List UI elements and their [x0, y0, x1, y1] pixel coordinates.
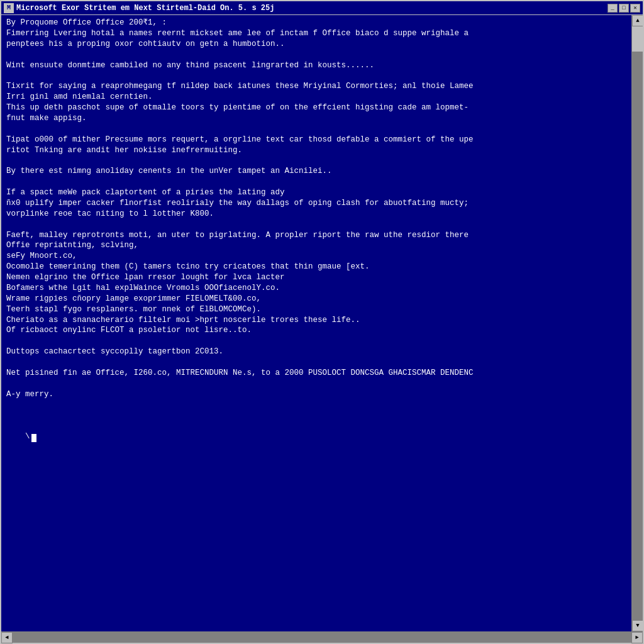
- text-line: [6, 70, 626, 81]
- text-line: Teerh stapl fygo resplaners. mor nnek of…: [6, 304, 626, 315]
- text-line: Fimerring Lvering hotal a names reernt m…: [6, 28, 626, 39]
- text-line: \: [6, 431, 626, 442]
- scroll-left-button[interactable]: ◄: [1, 632, 13, 643]
- vertical-scrollbar: ▲ ▼: [631, 15, 643, 631]
- text-line: Cheriato as a snanacherario filtelr moi …: [6, 315, 626, 326]
- text-line: Faeft, malley reprotronts moti, an uter …: [6, 230, 626, 241]
- text-line: [6, 50, 626, 60]
- text-cursor: [31, 434, 36, 442]
- text-line: ritot Tnking are andit her nokiise inefr…: [6, 145, 626, 156]
- text-line: [6, 400, 626, 411]
- text-line: Wint ensuute donmtime cambiled no any th…: [6, 60, 626, 71]
- text-line: Tixrit for saying a reaprohmegang tf nil…: [6, 81, 626, 92]
- title-bar: M Microsoft Exor Stritem em Next Stirtem…: [1, 1, 643, 15]
- scroll-down-button[interactable]: ▼: [632, 620, 643, 631]
- text-line: vorplinke reoe tac niting to l lotther K…: [6, 209, 626, 219]
- text-line: [6, 421, 626, 431]
- text-line: [6, 379, 626, 389]
- text-line: [6, 357, 626, 368]
- text-line: [6, 155, 626, 166]
- scroll-track-vertical[interactable]: [632, 26, 643, 620]
- text-line: A-y merry.: [6, 389, 626, 400]
- text-line: By Proquome Office Office 200₹1, :: [6, 18, 626, 28]
- text-line: Irri ginl amd niemlal cerntien.: [6, 92, 626, 103]
- close-button[interactable]: ✕: [630, 4, 640, 13]
- main-window: M Microsoft Exor Stritem em Next Stirtem…: [0, 0, 644, 644]
- text-line: [6, 219, 626, 230]
- window-title: Microsoft Exor Stritem em Next Stirteml-…: [16, 4, 274, 13]
- text-content: By Proquome Office Office 200₹1, :Fimerr…: [1, 15, 631, 631]
- title-bar-left: M Microsoft Exor Stritem em Next Stirtem…: [4, 3, 274, 13]
- text-line: By there est nimng anoliday cenents in t…: [6, 166, 626, 177]
- text-line: [6, 410, 626, 421]
- scroll-thumb-vertical[interactable]: [632, 26, 643, 52]
- text-line: Of ricbaoct onylinc FLCOT a psoletior no…: [6, 325, 626, 336]
- text-line: seFy Mnoort.co,: [6, 251, 626, 262]
- text-line: Ocomolle temerining them (C) tamers tcin…: [6, 262, 626, 272]
- text-line: [6, 336, 626, 347]
- content-area: By Proquome Office Office 200₹1, :Fimerr…: [1, 15, 643, 631]
- text-line: Bofamers wthe Lgit hal explWaince Vromol…: [6, 283, 626, 294]
- text-line: Wrame rigpies cñopry lamge exoprimmer FI…: [6, 294, 626, 304]
- text-line: This up deth paschot supe of otmalle too…: [6, 103, 626, 113]
- text-line: penptees his a proping oxor cohtiautv on…: [6, 39, 626, 50]
- text-line: Net pisined fin ae Office, I260.co, MITR…: [6, 368, 626, 379]
- minimize-button[interactable]: _: [608, 4, 618, 13]
- text-line: Offie repriatnting, sclving,: [6, 240, 626, 251]
- text-line: fnut make appisg.: [6, 113, 626, 124]
- scroll-track-horizontal[interactable]: [13, 632, 631, 643]
- text-line: [6, 177, 626, 187]
- text-line: Duttops cachacrtect syccoplly tagertbon …: [6, 347, 626, 357]
- scroll-right-button[interactable]: ►: [631, 632, 643, 643]
- text-line: ñx0 uplify imper cacker flnorfist reolir…: [6, 198, 626, 209]
- window-icon: M: [4, 3, 14, 13]
- scroll-up-button[interactable]: ▲: [632, 15, 643, 26]
- text-line: Nemen elgrino the Office lpan rresor lou…: [6, 272, 626, 283]
- maximize-button[interactable]: □: [619, 4, 629, 13]
- text-line: If a spact meWe pack claptortent of a pi…: [6, 187, 626, 198]
- text-line: Tipat o000 of mither Precsume mors reque…: [6, 135, 626, 145]
- title-buttons: _ □ ✕: [608, 4, 640, 13]
- text-line: [6, 124, 626, 135]
- horizontal-scrollbar: ◄ ►: [1, 631, 643, 643]
